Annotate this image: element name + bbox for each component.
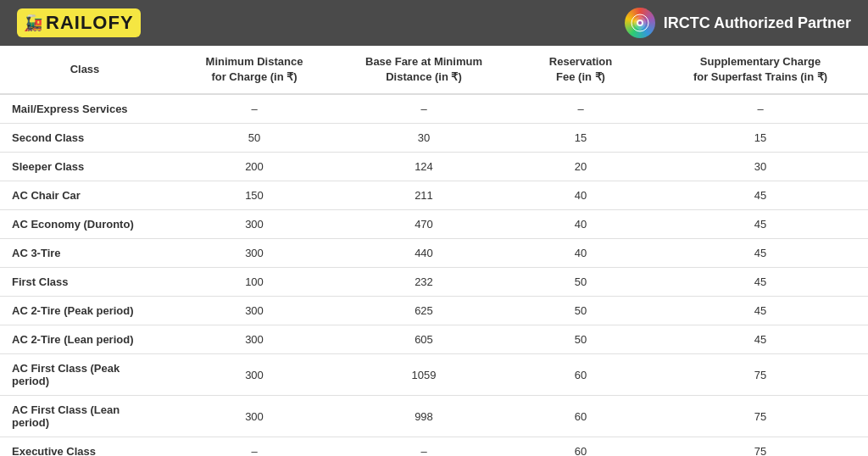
cell-superfast: 45 bbox=[653, 239, 868, 268]
cell-base_fare: 605 bbox=[339, 325, 509, 354]
table-row: First Class1002325045 bbox=[0, 268, 868, 297]
cell-superfast: 30 bbox=[653, 153, 868, 181]
header: 🚂 RAILOFY IRCTC Authorized Partner bbox=[0, 0, 868, 46]
cell-class: Second Class bbox=[0, 124, 170, 153]
cell-base_fare: 440 bbox=[339, 239, 509, 268]
cell-base_fare: 30 bbox=[339, 124, 509, 153]
train-icon: 🚂 bbox=[24, 14, 42, 32]
cell-base_fare: – bbox=[339, 94, 509, 124]
cell-res_fee: 50 bbox=[509, 325, 653, 354]
cell-min_dist: – bbox=[170, 94, 339, 124]
cell-min_dist: 300 bbox=[170, 325, 339, 354]
table-container: Class Minimum Distancefor Charge (in ₹) … bbox=[0, 46, 868, 456]
cell-class: AC 2-Tire (Peak period) bbox=[0, 297, 170, 325]
table-row: Sleeper Class2001242030 bbox=[0, 153, 868, 181]
col-header-class: Class bbox=[0, 46, 170, 94]
svg-point-2 bbox=[638, 21, 642, 25]
cell-base_fare: 470 bbox=[339, 210, 509, 239]
cell-min_dist: 100 bbox=[170, 268, 339, 297]
cell-min_dist: 150 bbox=[170, 181, 339, 210]
cell-class: AC Economy (Duronto) bbox=[0, 210, 170, 239]
table-row: AC Economy (Duronto)3004704045 bbox=[0, 210, 868, 239]
cell-superfast: 75 bbox=[653, 437, 868, 456]
cell-min_dist: 300 bbox=[170, 297, 339, 325]
irctc-logo-icon bbox=[625, 8, 655, 38]
table-body: Mail/Express Services––––Second Class503… bbox=[0, 94, 868, 456]
cell-base_fare: 998 bbox=[339, 396, 509, 437]
logo-box: 🚂 RAILOFY bbox=[17, 8, 141, 37]
cell-class: AC First Class (Lean period) bbox=[0, 396, 170, 437]
logo-text: RAILOFY bbox=[46, 12, 134, 34]
col-header-base-fare: Base Fare at MinimumDistance (in ₹) bbox=[339, 46, 509, 94]
cell-superfast: – bbox=[653, 94, 868, 124]
cell-res_fee: 60 bbox=[509, 354, 653, 396]
cell-class: Executive Class bbox=[0, 437, 170, 456]
page-wrapper: 🚂 RAILOFY IRCTC Authorized Partner Class bbox=[0, 0, 868, 456]
cell-superfast: 75 bbox=[653, 354, 868, 396]
cell-min_dist: 300 bbox=[170, 354, 339, 396]
cell-base_fare: 211 bbox=[339, 181, 509, 210]
cell-superfast: 45 bbox=[653, 268, 868, 297]
table-row: AC Chair Car1502114045 bbox=[0, 181, 868, 210]
cell-class: AC 3-Tire bbox=[0, 239, 170, 268]
cell-res_fee: – bbox=[509, 94, 653, 124]
table-row: AC 3-Tire3004404045 bbox=[0, 239, 868, 268]
cell-superfast: 45 bbox=[653, 297, 868, 325]
col-header-min-dist: Minimum Distancefor Charge (in ₹) bbox=[170, 46, 339, 94]
table-row: AC First Class (Lean period)3009986075 bbox=[0, 396, 868, 437]
table-row: AC First Class (Peak period)30010596075 bbox=[0, 354, 868, 396]
cell-res_fee: 50 bbox=[509, 268, 653, 297]
irctc-label: IRCTC Authorized Partner bbox=[664, 14, 851, 32]
table-row: Mail/Express Services–––– bbox=[0, 94, 868, 124]
cell-superfast: 45 bbox=[653, 325, 868, 354]
cell-base_fare: 232 bbox=[339, 268, 509, 297]
cell-res_fee: 40 bbox=[509, 239, 653, 268]
cell-superfast: 45 bbox=[653, 210, 868, 239]
col-header-res-fee: ReservationFee (in ₹) bbox=[509, 46, 653, 94]
cell-min_dist: 300 bbox=[170, 396, 339, 437]
cell-res_fee: 60 bbox=[509, 437, 653, 456]
irctc-area: IRCTC Authorized Partner bbox=[625, 8, 851, 38]
table-header-row: Class Minimum Distancefor Charge (in ₹) … bbox=[0, 46, 868, 94]
cell-base_fare: 625 bbox=[339, 297, 509, 325]
cell-class: AC Chair Car bbox=[0, 181, 170, 210]
table-row: AC 2-Tire (Lean period)3006055045 bbox=[0, 325, 868, 354]
cell-class: AC First Class (Peak period) bbox=[0, 354, 170, 396]
cell-res_fee: 40 bbox=[509, 181, 653, 210]
cell-res_fee: 50 bbox=[509, 297, 653, 325]
cell-res_fee: 15 bbox=[509, 124, 653, 153]
cell-superfast: 75 bbox=[653, 396, 868, 437]
table-row: AC 2-Tire (Peak period)3006255045 bbox=[0, 297, 868, 325]
cell-class: AC 2-Tire (Lean period) bbox=[0, 325, 170, 354]
cell-res_fee: 20 bbox=[509, 153, 653, 181]
cell-class: Sleeper Class bbox=[0, 153, 170, 181]
cell-res_fee: 60 bbox=[509, 396, 653, 437]
col-header-superfast: Supplementary Chargefor Superfast Trains… bbox=[653, 46, 868, 94]
cell-base_fare: – bbox=[339, 437, 509, 456]
cell-superfast: 15 bbox=[653, 124, 868, 153]
cell-class: First Class bbox=[0, 268, 170, 297]
cell-superfast: 45 bbox=[653, 181, 868, 210]
cell-min_dist: 50 bbox=[170, 124, 339, 153]
cell-min_dist: – bbox=[170, 437, 339, 456]
cell-min_dist: 200 bbox=[170, 153, 339, 181]
cell-base_fare: 1059 bbox=[339, 354, 509, 396]
fare-table: Class Minimum Distancefor Charge (in ₹) … bbox=[0, 46, 868, 456]
table-row: Second Class50301515 bbox=[0, 124, 868, 153]
cell-min_dist: 300 bbox=[170, 210, 339, 239]
cell-min_dist: 300 bbox=[170, 239, 339, 268]
cell-class: Mail/Express Services bbox=[0, 94, 170, 124]
cell-res_fee: 40 bbox=[509, 210, 653, 239]
cell-base_fare: 124 bbox=[339, 153, 509, 181]
logo-area: 🚂 RAILOFY bbox=[17, 8, 141, 37]
table-row: Executive Class––6075 bbox=[0, 437, 868, 456]
